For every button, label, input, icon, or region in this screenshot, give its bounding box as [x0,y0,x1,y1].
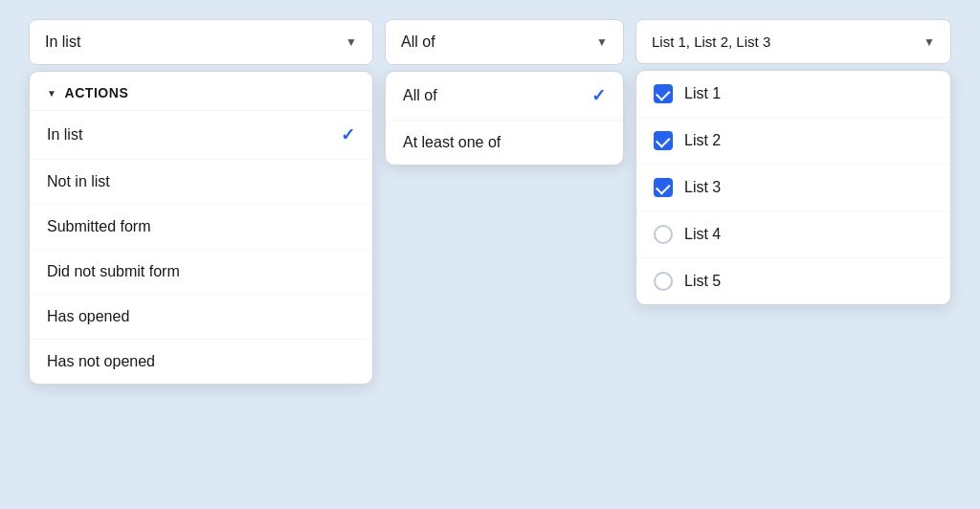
menu-item-has-opened[interactable]: Has opened [30,295,372,340]
checkbox-unchecked-icon [654,225,673,244]
checkbox-checked-icon [654,131,673,150]
menu-item-did-not-submit-form[interactable]: Did not submit form [30,250,372,295]
actions-arrow-icon: ▼ [47,88,56,99]
menu-item-not-in-list-label: Not in list [47,173,110,190]
menu-item-all-of-label: All of [403,87,437,104]
list-item-3-label: List 3 [684,179,721,196]
all-of-trigger[interactable]: All of ▼ [385,19,624,65]
check-icon: ✓ [591,85,606,106]
list-item-2-label: List 2 [684,132,721,149]
in-list-panel: ▼ ACTIONS In list ✓ Not in list Submitte… [29,71,373,385]
column-2: All of ▼ All of ✓ At least one of [385,19,624,166]
menu-item-at-least-one-of-label: At least one of [403,134,501,151]
lists-trigger[interactable]: List 1, List 2, List 3 ▼ [635,19,951,64]
checkbox-unchecked-icon [654,272,673,291]
menu-item-has-not-opened-label: Has not opened [47,353,155,370]
list-item-4[interactable]: List 4 [636,211,950,258]
menu-item-in-list[interactable]: In list ✓ [30,111,372,160]
chevron-down-icon: ▼ [924,35,935,49]
chevron-down-icon: ▼ [596,35,608,49]
list-item-5[interactable]: List 5 [636,258,950,304]
in-list-trigger[interactable]: In list ▼ [29,19,373,65]
list-item-1-label: List 1 [684,85,721,102]
chevron-down-icon: ▼ [345,35,357,49]
checkbox-checked-icon [654,84,673,103]
actions-header: ▼ ACTIONS [30,72,372,111]
list-item-4-label: List 4 [684,226,721,243]
lists-panel: List 1 List 2 List 3 List 4 List 5 [635,70,951,305]
actions-header-label: ACTIONS [64,85,128,100]
list-item-5-label: List 5 [684,273,721,290]
menu-item-all-of[interactable]: All of ✓ [386,72,623,121]
menu-item-did-not-submit-form-label: Did not submit form [47,263,180,280]
menu-item-at-least-one-of[interactable]: At least one of [386,121,623,165]
menu-item-has-opened-label: Has opened [47,308,129,325]
menu-item-submitted-form[interactable]: Submitted form [30,205,372,250]
in-list-trigger-label: In list [45,33,80,51]
list-item-3[interactable]: List 3 [636,165,950,211]
list-item-1[interactable]: List 1 [636,71,950,118]
menu-item-in-list-label: In list [47,126,82,144]
check-icon: ✓ [341,124,355,145]
menu-item-submitted-form-label: Submitted form [47,218,150,235]
all-of-trigger-label: All of [401,33,435,51]
column-3: List 1, List 2, List 3 ▼ List 1 List 2 L… [635,19,951,305]
menu-item-not-in-list[interactable]: Not in list [30,160,372,205]
checkbox-checked-icon [654,178,673,197]
list-item-2[interactable]: List 2 [636,118,950,165]
lists-trigger-label: List 1, List 2, List 3 [652,33,770,50]
menu-item-has-not-opened[interactable]: Has not opened [30,340,372,384]
column-1: In list ▼ ▼ ACTIONS In list ✓ Not in lis… [29,19,373,385]
all-of-panel: All of ✓ At least one of [385,71,624,166]
